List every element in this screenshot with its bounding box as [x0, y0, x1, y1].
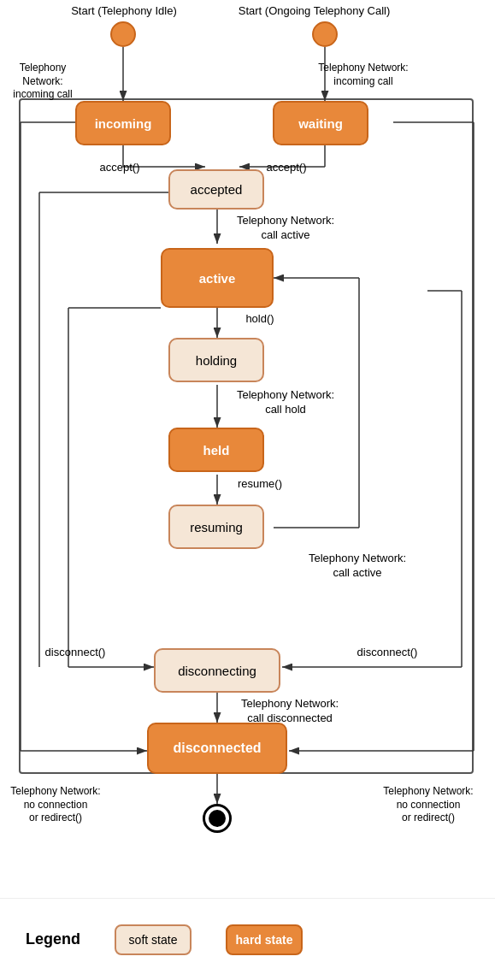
label-call-disconnected: Telephony Network:call disconnected — [226, 697, 354, 726]
start-circle-idle — [110, 21, 136, 47]
state-holding: holding — [168, 338, 264, 382]
legend-soft-item: soft state — [115, 924, 209, 955]
legend-hard-box: hard state — [226, 924, 303, 955]
label-disconnect-left: disconnect() — [28, 646, 122, 660]
state-accepted: accepted — [168, 169, 264, 210]
start-label-idle: Start (Telephony Idle) — [51, 4, 197, 19]
state-waiting: waiting — [273, 101, 368, 145]
label-no-connection-right: Telephony Network:no connectionor redire… — [373, 785, 484, 825]
label-resume: resume() — [226, 477, 294, 492]
state-disconnecting: disconnecting — [154, 648, 280, 693]
legend-area: Legend soft state hard state — [0, 898, 495, 980]
label-call-active-1: Telephony Network:call active — [226, 214, 345, 243]
label-hold: hold() — [226, 312, 294, 327]
legend-soft-label: soft state — [129, 933, 178, 947]
end-circle-inner — [209, 810, 226, 827]
legend-hard-label: hard state — [236, 933, 293, 947]
state-diagram: Start (Telephony Idle) Start (Ongoing Te… — [0, 0, 495, 898]
legend-soft-box: soft state — [115, 924, 192, 955]
legend-hard-item: hard state — [226, 924, 320, 955]
state-held: held — [168, 428, 264, 472]
label-disconnect-right: disconnect() — [340, 646, 434, 660]
state-active: active — [161, 248, 274, 308]
start-label-ongoing: Start (Ongoing Telephony Call) — [231, 4, 398, 19]
start-circle-ongoing — [312, 21, 338, 47]
label-no-connection-left: Telephony Network:no connectionor redire… — [0, 785, 111, 825]
label-call-active-2: Telephony Network:call active — [298, 552, 417, 581]
label-incoming-call-left: Telephony Network:incoming call — [0, 62, 85, 102]
state-incoming: incoming — [75, 101, 171, 145]
state-resuming: resuming — [168, 505, 264, 549]
label-call-hold: Telephony Network:call hold — [226, 388, 345, 417]
label-accept-left: accept() — [85, 161, 154, 175]
legend-title: Legend — [26, 930, 80, 948]
label-incoming-call-right: Telephony Network:incoming call — [312, 62, 415, 88]
state-disconnected: disconnected — [147, 723, 287, 774]
end-circle — [203, 804, 232, 833]
